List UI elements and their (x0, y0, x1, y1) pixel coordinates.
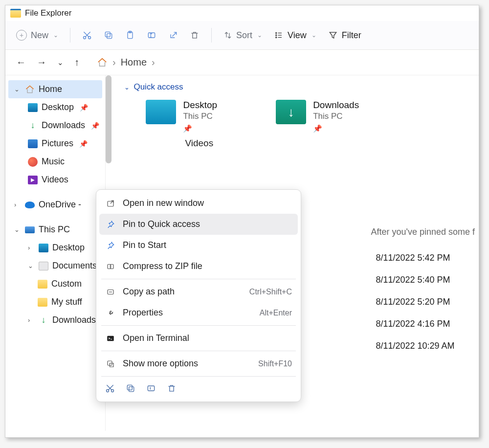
context-action-bar (96, 379, 301, 399)
trash-icon (190, 30, 200, 40)
sidebar-item-custom[interactable]: Custom (5, 275, 105, 293)
date-cell: 8/11/2022 5:42 PM (376, 247, 475, 269)
tile-title: Desktop (183, 100, 217, 111)
view-button[interactable]: View ⌄ (274, 30, 316, 41)
ctx-copy-path[interactable]: Copy as path Ctrl+Shift+C (96, 281, 301, 302)
label: Open in new window (123, 198, 204, 208)
sidebar-item-thispc-documents[interactable]: ⌄ Documents (5, 257, 105, 275)
label: Quick access (133, 82, 183, 92)
sort-button[interactable]: Sort ⌄ (223, 30, 262, 41)
view-label: View (288, 30, 307, 41)
wrench-icon (105, 309, 116, 317)
forward-button[interactable]: → (37, 57, 46, 68)
paste-button[interactable] (125, 30, 135, 40)
ctx-open-terminal[interactable]: Open in Terminal (96, 328, 301, 349)
ctx-properties[interactable]: Properties Alt+Enter (96, 302, 301, 323)
ctx-pin-start[interactable]: Pin to Start (96, 235, 301, 256)
sidebar-item-videos[interactable]: ▶ Videos (5, 171, 105, 189)
svg-rect-3 (105, 32, 110, 37)
breadcrumb[interactable]: › Home › (97, 57, 155, 68)
sidebar-item-thispc-downloads[interactable]: › ↓ Downloads (5, 311, 105, 329)
label: This PC (39, 224, 70, 235)
sidebar-item-thispc[interactable]: ⌄ This PC (5, 221, 105, 239)
label: Desktop (42, 102, 74, 112)
expand-icon[interactable]: › (14, 201, 21, 208)
new-label: New (31, 30, 48, 41)
videos-icon: ▶ (28, 176, 38, 184)
tile-downloads[interactable]: ↓ Downloads This PC 📌 (276, 100, 359, 133)
ctx-pin-quick-access[interactable]: Pin to Quick access (99, 214, 298, 235)
pin-icon: 📌 (313, 124, 359, 133)
svg-point-7 (276, 32, 277, 33)
copy-button[interactable] (126, 383, 135, 396)
pictures-icon (28, 139, 38, 148)
cut-button[interactable] (105, 383, 115, 396)
separator (101, 279, 296, 279)
back-button[interactable]: ← (16, 57, 26, 68)
collapse-icon[interactable]: ⌄ (14, 226, 21, 233)
sidebar-item-music[interactable]: Music (5, 153, 105, 171)
ctx-show-more[interactable]: Show more options Shift+F10 (96, 353, 301, 374)
copy-icon (126, 383, 135, 393)
sidebar-item-onedrive[interactable]: › OneDrive - (5, 196, 105, 214)
date-cell: 8/11/2022 4:16 PM (376, 313, 475, 335)
pin-icon (105, 241, 116, 250)
rename-button[interactable] (147, 30, 156, 40)
delete-button[interactable] (167, 383, 177, 396)
label: Compress to ZIP file (123, 261, 202, 271)
sidebar-item-home[interactable]: ⌄ Home (8, 80, 102, 98)
expand-icon[interactable]: › (28, 244, 35, 251)
new-window-icon (105, 199, 116, 208)
copy-icon (104, 30, 113, 40)
tile-desktop[interactable]: Desktop This PC 📌 (146, 100, 217, 133)
scrollbar-thumb[interactable] (106, 75, 111, 163)
sidebar-item-pictures[interactable]: Pictures 📌 (5, 134, 105, 153)
window-title: File Explorer (25, 8, 71, 18)
pin-icon: 📌 (80, 104, 88, 112)
label: Pin to Quick access (123, 219, 200, 229)
recent-dropdown[interactable]: ⌄ (57, 58, 64, 67)
chevron-down-icon: ⌄ (257, 32, 262, 39)
filter-button[interactable]: Filter (328, 30, 361, 41)
tile-subtitle: This PC (313, 112, 359, 121)
up-button[interactable]: ↑ (74, 57, 79, 68)
collapse-icon[interactable]: ⌄ (28, 262, 35, 269)
view-icon (274, 31, 284, 40)
chevron-down-icon: ⌄ (53, 32, 58, 39)
plus-circle-icon: + (16, 30, 27, 41)
cut-button[interactable] (82, 30, 92, 40)
copy-button[interactable] (104, 30, 113, 40)
svg-rect-17 (129, 387, 134, 392)
pin-icon: 📌 (91, 122, 99, 130)
desktop-icon (28, 103, 38, 112)
ctx-open-new-window[interactable]: Open in new window (96, 193, 301, 214)
collapse-icon[interactable]: ⌄ (14, 86, 21, 93)
new-button[interactable]: + New ⌄ (16, 30, 58, 41)
folder-icon (38, 280, 47, 289)
tile-title: Downloads (313, 100, 359, 111)
quick-access-header[interactable]: ⌄ Quick access (124, 82, 475, 92)
breadcrumb-sep: › (112, 57, 116, 68)
svg-rect-18 (127, 385, 132, 390)
svg-rect-10 (108, 201, 113, 206)
scissors-icon (105, 383, 115, 393)
rename-button[interactable] (146, 383, 156, 396)
ctx-compress-zip[interactable]: Compress to ZIP file (96, 256, 301, 277)
svg-rect-19 (148, 386, 154, 391)
sidebar-item-desktop[interactable]: Desktop 📌 (5, 98, 105, 116)
separator (101, 351, 296, 351)
share-button[interactable] (168, 30, 178, 40)
label: Pin to Start (123, 240, 166, 250)
date-cell: 8/11/2022 10:29 AM (376, 335, 475, 357)
download-icon: ↓ (39, 316, 48, 325)
svg-point-8 (276, 35, 277, 36)
delete-button[interactable] (190, 30, 200, 40)
folder-icon-downloads: ↓ (276, 100, 306, 124)
quick-access-tiles: Desktop This PC 📌 ↓ Downloads This PC 📌 (146, 100, 475, 133)
sidebar-item-thispc-desktop[interactable]: › Desktop (5, 239, 105, 257)
sort-label: Sort (236, 30, 252, 41)
expand-icon[interactable]: › (28, 316, 35, 324)
sidebar-item-downloads[interactable]: ↓ Downloads 📌 (5, 116, 105, 134)
sidebar-item-mystuff[interactable]: My stuff (5, 293, 105, 311)
svg-point-9 (276, 37, 277, 38)
